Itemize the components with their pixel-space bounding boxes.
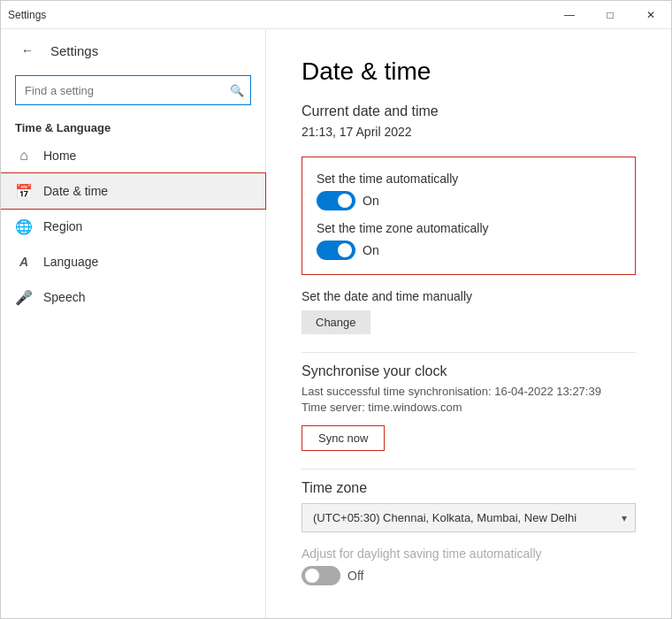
current-section-heading: Current date and time bbox=[302, 103, 636, 119]
timezone-section: Time zone (UTC+05:30) Chennai, Kolkata, … bbox=[302, 480, 636, 532]
auto-time-row: Set the time automatically On bbox=[317, 172, 621, 210]
microphone-icon: 🎤 bbox=[15, 288, 33, 306]
auto-timezone-thumb bbox=[338, 243, 352, 257]
sidebar-section-label: Time & Language bbox=[1, 116, 265, 138]
auto-timezone-toggle[interactable] bbox=[317, 241, 355, 260]
title-bar: Settings — □ ✕ bbox=[1, 1, 671, 29]
sidebar-item-date-time[interactable]: 📅 Date & time bbox=[1, 173, 265, 209]
sidebar-item-region-label: Region bbox=[43, 219, 82, 233]
sidebar-item-home-label: Home bbox=[43, 149, 76, 163]
language-icon: A bbox=[15, 253, 33, 271]
sidebar-item-home[interactable]: ⌂ Home bbox=[1, 138, 265, 173]
daylight-toggle-label: Off bbox=[347, 569, 363, 583]
title-bar-left: Settings bbox=[8, 9, 46, 21]
sidebar-app-title: Settings bbox=[50, 43, 98, 58]
current-datetime: 21:13, 17 April 2022 bbox=[302, 125, 636, 139]
back-button[interactable]: ← bbox=[15, 38, 40, 63]
page-title: Date & time bbox=[302, 57, 636, 86]
sync-section: Synchronise your clock Last successful t… bbox=[302, 363, 636, 451]
sidebar-item-speech[interactable]: 🎤 Speech bbox=[1, 279, 265, 315]
auto-time-toggle[interactable] bbox=[317, 191, 355, 210]
window-title: Settings bbox=[8, 9, 46, 21]
auto-time-toggle-control: On bbox=[317, 191, 621, 210]
auto-settings-box: Set the time automatically On Set the ti… bbox=[302, 157, 636, 275]
sync-now-button[interactable]: Sync now bbox=[302, 425, 385, 451]
sidebar-item-language-label: Language bbox=[43, 255, 98, 269]
sidebar-item-date-time-label: Date & time bbox=[43, 184, 108, 198]
home-icon: ⌂ bbox=[15, 147, 33, 164]
auto-timezone-row: Set the time zone automatically On bbox=[317, 221, 621, 260]
sidebar-item-speech-label: Speech bbox=[43, 290, 85, 304]
title-bar-controls: — □ ✕ bbox=[549, 1, 671, 29]
daylight-toggle[interactable] bbox=[302, 566, 340, 585]
search-container: 🔍 bbox=[1, 72, 265, 116]
close-button[interactable]: ✕ bbox=[630, 1, 671, 29]
auto-timezone-toggle-label: On bbox=[363, 243, 379, 257]
timezone-wrapper: (UTC+05:30) Chennai, Kolkata, Mumbai, Ne… bbox=[302, 503, 636, 532]
sync-server-info: Time server: time.windows.com bbox=[302, 401, 636, 414]
calendar-icon: 📅 bbox=[15, 182, 33, 200]
sidebar-item-language[interactable]: A Language bbox=[1, 244, 265, 279]
auto-timezone-label: Set the time zone automatically bbox=[317, 221, 621, 235]
sidebar-nav-top: ← Settings bbox=[1, 29, 265, 72]
divider-2 bbox=[302, 469, 636, 470]
sidebar-item-region[interactable]: 🌐 Region bbox=[1, 209, 265, 244]
sync-heading: Synchronise your clock bbox=[302, 363, 636, 379]
content-area: ← Settings 🔍 Time & Language ⌂ Home 📅 bbox=[1, 29, 671, 618]
auto-time-toggle-label: On bbox=[363, 194, 379, 208]
auto-time-label: Set the time automatically bbox=[317, 172, 621, 186]
main-content: Date & time Current date and time 21:13,… bbox=[266, 29, 671, 618]
maximize-button[interactable]: □ bbox=[590, 1, 630, 29]
minimize-button[interactable]: — bbox=[549, 1, 590, 29]
auto-timezone-track bbox=[317, 241, 355, 260]
daylight-toggle-control: Off bbox=[302, 566, 636, 585]
sidebar-items: ⌂ Home 📅 Date & time 🌐 Region A Language bbox=[1, 138, 265, 315]
auto-time-track bbox=[317, 191, 355, 210]
globe-icon: 🌐 bbox=[15, 218, 33, 235]
search-icon: 🔍 bbox=[230, 84, 244, 97]
sync-last-info: Last successful time synchronisation: 16… bbox=[302, 385, 636, 398]
auto-time-thumb bbox=[338, 194, 352, 208]
manual-label: Set the date and time manually bbox=[302, 289, 636, 303]
timezone-heading: Time zone bbox=[302, 480, 636, 496]
daylight-track bbox=[302, 566, 340, 585]
settings-window: Settings — □ ✕ ← Settings 🔍 Time & Langu… bbox=[0, 0, 672, 619]
manual-section: Set the date and time manually Change bbox=[302, 289, 636, 334]
auto-timezone-toggle-control: On bbox=[317, 241, 621, 260]
search-box: 🔍 bbox=[15, 75, 251, 105]
daylight-label: Adjust for daylight saving time automati… bbox=[302, 546, 636, 561]
sidebar: ← Settings 🔍 Time & Language ⌂ Home 📅 bbox=[1, 29, 266, 618]
search-input[interactable] bbox=[15, 75, 251, 105]
daylight-thumb bbox=[305, 569, 319, 583]
daylight-section: Adjust for daylight saving time automati… bbox=[302, 546, 636, 585]
timezone-dropdown[interactable]: (UTC+05:30) Chennai, Kolkata, Mumbai, Ne… bbox=[302, 503, 636, 532]
change-button[interactable]: Change bbox=[302, 310, 370, 334]
divider-1 bbox=[302, 352, 636, 353]
